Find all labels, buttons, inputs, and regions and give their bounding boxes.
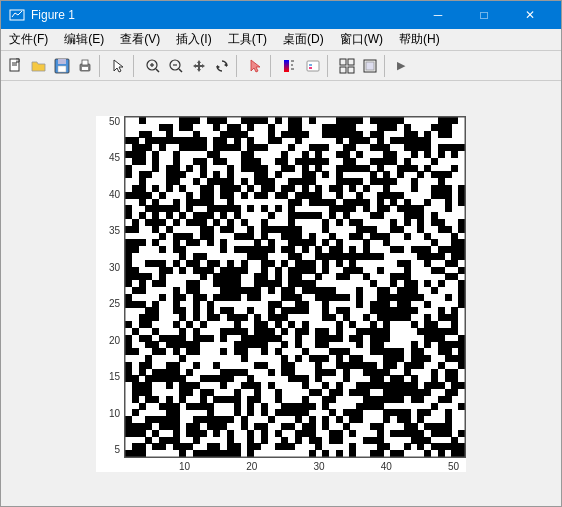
x-tick-30: 30 (313, 461, 324, 472)
window-icon (9, 7, 25, 23)
y-tick-30: 30 (109, 262, 120, 273)
maximize-button[interactable]: □ (461, 1, 507, 29)
menu-view[interactable]: 查看(V) (112, 29, 168, 50)
toolbar-sep-3 (236, 55, 242, 77)
svg-rect-31 (348, 67, 354, 73)
svg-rect-21 (284, 60, 289, 72)
subplot-button[interactable] (336, 55, 358, 77)
svg-rect-25 (307, 61, 319, 71)
svg-rect-9 (82, 67, 88, 70)
x-axis-container: 10 20 30 40 50 (96, 458, 466, 472)
window-controls: ─ □ ✕ (415, 1, 553, 29)
svg-rect-30 (340, 67, 346, 73)
y-tick-35: 35 (109, 225, 120, 236)
menu-insert[interactable]: 插入(I) (168, 29, 219, 50)
open-button[interactable] (28, 55, 50, 77)
y-tick-25: 25 (109, 298, 120, 309)
save-button[interactable] (51, 55, 73, 77)
y-tick-5: 5 (114, 444, 120, 455)
menu-help[interactable]: 帮助(H) (391, 29, 448, 50)
toolbar-sep-4 (270, 55, 276, 77)
y-tick-20: 20 (109, 335, 120, 346)
menu-file[interactable]: 文件(F) (1, 29, 56, 50)
svg-rect-28 (340, 59, 346, 65)
menu-bar: 文件(F) 编辑(E) 查看(V) 插入(I) 工具(T) 桌面(D) 窗口(W… (1, 29, 561, 51)
y-axis: 50 45 40 35 30 25 20 15 10 5 (96, 116, 124, 456)
minimize-button[interactable]: ─ (415, 1, 461, 29)
svg-marker-10 (114, 60, 123, 72)
zoom-out-button[interactable] (165, 55, 187, 77)
svg-rect-8 (82, 60, 88, 65)
axes-area: 50 45 40 35 30 25 20 15 10 5 (96, 116, 466, 472)
toolbar-sep-6 (384, 55, 390, 77)
x-tick-40: 40 (381, 461, 392, 472)
menu-window[interactable]: 窗口(W) (332, 29, 391, 50)
tight-layout-button[interactable] (359, 55, 381, 77)
axes-with-yaxis: 50 45 40 35 30 25 20 15 10 5 (96, 116, 466, 458)
x-tick-50: 50 (448, 461, 459, 472)
menu-edit[interactable]: 编辑(E) (56, 29, 112, 50)
svg-rect-29 (348, 59, 354, 65)
svg-rect-6 (58, 66, 66, 72)
x-tick-10: 10 (179, 461, 190, 472)
title-bar: Figure 1 ─ □ ✕ (1, 1, 561, 29)
svg-marker-18 (224, 63, 227, 67)
svg-rect-5 (58, 59, 66, 64)
y-tick-10: 10 (109, 408, 120, 419)
y-tick-15: 15 (109, 371, 120, 382)
data-cursor-button[interactable] (245, 55, 267, 77)
cursor-button[interactable] (108, 55, 130, 77)
window-title: Figure 1 (31, 8, 415, 22)
close-button[interactable]: ✕ (507, 1, 553, 29)
x-axis: 10 20 30 40 50 (124, 458, 464, 472)
menu-tools[interactable]: 工具(T) (220, 29, 275, 50)
toolbar: ▶ (1, 51, 561, 81)
zoom-in-button[interactable] (142, 55, 164, 77)
y-tick-40: 40 (109, 189, 120, 200)
print-button[interactable] (74, 55, 96, 77)
toolbar-sep-2 (133, 55, 139, 77)
main-area: 50 45 40 35 30 25 20 15 10 5 (1, 81, 561, 506)
rotate-button[interactable] (211, 55, 233, 77)
main-window: Figure 1 ─ □ ✕ 文件(F) 编辑(E) 查看(V) 插入(I) 工… (0, 0, 562, 507)
svg-marker-19 (217, 65, 220, 69)
x-tick-20: 20 (246, 461, 257, 472)
y-tick-45: 45 (109, 152, 120, 163)
figure-container: 50 45 40 35 30 25 20 15 10 5 (96, 116, 466, 472)
colorbar-button[interactable] (279, 55, 301, 77)
svg-rect-33 (366, 62, 374, 70)
svg-line-12 (156, 69, 159, 72)
toolbar-sep-5 (327, 55, 333, 77)
new-figure-button[interactable] (5, 55, 27, 77)
svg-marker-20 (251, 60, 260, 72)
legend-button[interactable] (302, 55, 324, 77)
menu-desktop[interactable]: 桌面(D) (275, 29, 332, 50)
toolbar-sep-1 (99, 55, 105, 77)
toolbar-label: ▶ (397, 59, 405, 72)
svg-line-16 (179, 69, 182, 72)
pan-button[interactable] (188, 55, 210, 77)
y-tick-50: 50 (109, 116, 120, 127)
plot-canvas[interactable] (124, 116, 466, 458)
